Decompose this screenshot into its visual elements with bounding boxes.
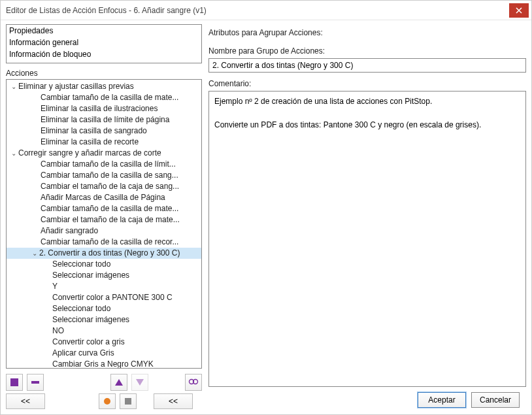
ok-button[interactable]: Aceptar [418,392,466,408]
tree-item-label: Corregir sangre y añadir marcas de corte [18,148,161,159]
add-button[interactable] [6,374,23,391]
tree-row[interactable]: NO [7,325,201,337]
tree-item-label: Cambiar tamaño de la casilla de recor... [41,237,178,248]
tree-toolbar [6,369,202,393]
view-button[interactable] [185,374,202,391]
move-down-button[interactable] [131,374,148,391]
group-attrs-heading: Atributos para Agrupar Acciones: [208,28,526,37]
tree-row[interactable]: Eliminar la casilla de sangrado [7,125,201,137]
tree-item-label: Eliminar la casilla de límite de página [41,114,169,125]
tree-item-label: Seleccionar imágenes [52,314,129,325]
tree-item-label: Eliminar la casilla de ilustraciones [41,103,158,114]
title-bar: Editor de Listas de Acción Enfocus - 6. … [1,1,531,20]
tree-row[interactable]: Cambiar tamaño de la casilla de mate... [7,92,201,103]
tree-item-label: Eliminar la casilla de recorte [41,137,139,148]
tree-row[interactable]: Aplicar curva Gris [7,348,201,359]
tree-row[interactable]: Cambiar el tamaño de la caja de mate... [7,214,201,225]
properties-list[interactable]: Propiedades Información general Informac… [6,24,202,63]
expand-icon[interactable]: ⌄ [30,248,39,259]
remove-button[interactable] [27,374,44,391]
tree-row[interactable]: Cambiar tamaño de la casilla de recor... [7,237,201,248]
tree-item-label: Añadir sangrado [41,225,98,237]
close-button[interactable] [509,3,529,18]
list-item[interactable]: Propiedades [7,25,201,37]
tree-item-label: Convertir color a PANTONE 300 C [52,292,173,303]
tree-item-label: Y [52,281,58,292]
tree-item-label: Seleccionar todo [52,303,110,314]
move-up-button[interactable] [110,374,127,391]
tree-item-label: Eliminar y ajustar casillas previas [18,81,134,92]
record-button[interactable] [99,393,116,409]
tree-row[interactable]: ⌄Corregir sangre y añadir marcas de cort… [7,148,201,159]
tree-item-label: Seleccionar imágenes [52,270,129,281]
tree-row[interactable]: ⌄Eliminar y ajustar casillas previas [7,81,201,92]
tree-item-label: Cambiar tamaño de la casilla de mate... [41,92,178,103]
tree-heading: Acciones [6,67,202,79]
expand-icon[interactable]: ⌄ [9,148,18,159]
tree-row[interactable]: Cambiar tamaño de la casilla de límit... [7,159,201,170]
group-name-input[interactable] [208,58,526,73]
tree-row[interactable]: Convertir color a PANTONE 300 C [7,292,201,303]
list-item[interactable]: Información general [7,37,201,48]
group-name-label: Nombre para Grupo de Acciones: [208,46,526,56]
tree-row[interactable]: Seleccionar todo [7,259,201,270]
tree-row[interactable]: Eliminar la casilla de límite de página [7,114,201,125]
expand-icon[interactable]: ⌄ [9,81,18,92]
tree-item-label: Cambiar el tamaño de la caja de mate... [41,214,180,225]
tree-item-label: Cambiar Gris a Negro CMYK [52,359,154,369]
nav-next-button[interactable]: << [154,393,193,409]
tree-row[interactable]: Seleccionar imágenes [7,270,201,281]
dialog-footer: Aceptar Cancelar [208,387,526,414]
tree-nav: << << [6,393,202,414]
tree-row[interactable]: Añadir Marcas de Casilla de Página [7,192,201,203]
tree-row[interactable]: Eliminar la casilla de ilustraciones [7,103,201,114]
tree-item-label: NO [52,325,64,337]
tree-item-label: Cambiar el tamaño de la caja de sang... [41,181,179,192]
stop-button[interactable] [120,393,137,409]
tree-row[interactable]: ⌄2. Convertir a dos tintas (Negro y 300 … [7,248,201,259]
tree-row[interactable]: Cambiar el tamaño de la caja de sang... [7,181,201,192]
tree-item-label: Cambiar tamaño de la casilla de límit... [41,159,176,170]
window-title: Editor de Listas de Acción Enfocus - 6. … [6,6,509,15]
nav-prev-button[interactable]: << [6,393,45,409]
tree-item-label: 2. Convertir a dos tintas (Negro y 300 C… [39,248,180,259]
comment-label: Comentario: [208,79,526,88]
tree-row[interactable]: Cambiar tamaño de la casilla de sang... [7,170,201,181]
tree-item-label: Eliminar la casilla de sangrado [41,125,147,137]
tree-row[interactable]: Convertir color a gris [7,337,201,348]
tree-row[interactable]: Cambiar Gris a Negro CMYK [7,359,201,369]
tree-row[interactable]: Seleccionar todo [7,303,201,314]
list-item[interactable]: Información de bloqueo [7,48,201,60]
tree-row[interactable]: Añadir sangrado [7,225,201,237]
cancel-button[interactable]: Cancelar [471,392,520,408]
tree-row[interactable]: Y [7,281,201,292]
tree-item-label: Añadir Marcas de Casilla de Página [41,192,165,203]
tree-item-label: Cambiar tamaño de la casilla de sang... [41,170,178,181]
tree-item-label: Cambiar tamaño de la casilla de mate... [41,203,178,214]
actions-tree[interactable]: ⌄Eliminar y ajustar casillas previasCamb… [6,79,202,369]
tree-item-label: Aplicar curva Gris [52,348,114,359]
tree-row[interactable]: Eliminar la casilla de recorte [7,137,201,148]
comment-textarea[interactable] [208,91,526,387]
tree-row[interactable]: Seleccionar imágenes [7,314,201,325]
tree-row[interactable]: Cambiar tamaño de la casilla de mate... [7,203,201,214]
tree-item-label: Convertir color a gris [52,337,125,348]
tree-item-label: Seleccionar todo [52,259,110,270]
